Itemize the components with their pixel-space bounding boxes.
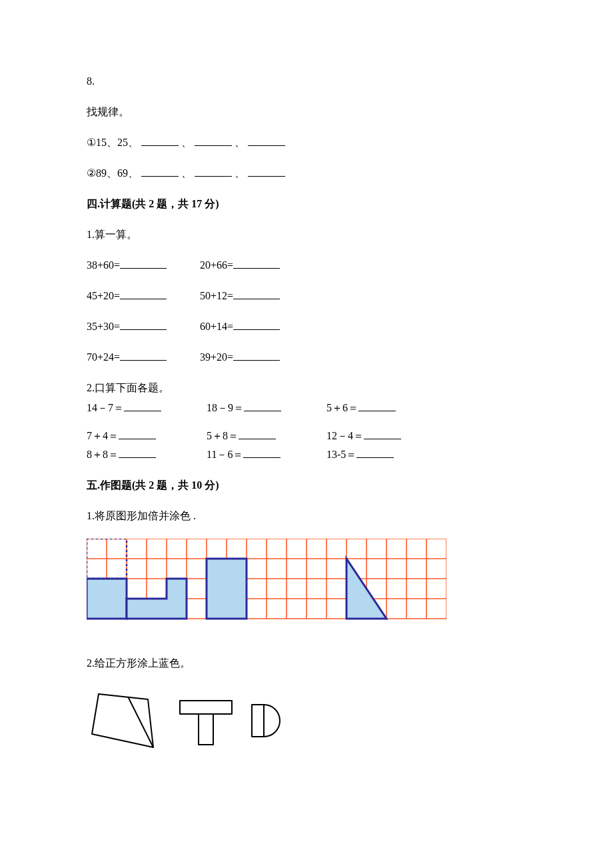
mental-row: 8＋8＝ 11－6＝ 13-5＝ bbox=[87, 447, 526, 463]
sep: 、 bbox=[181, 167, 192, 179]
mental-cell: 18－9＝ bbox=[207, 400, 326, 416]
expr: 5＋6＝ bbox=[326, 402, 358, 413]
calc-row: 38+60= 20+66= bbox=[87, 257, 526, 273]
calc-cell: 20+66= bbox=[200, 257, 313, 273]
mental-cell: 5＋8＝ bbox=[207, 428, 326, 444]
calc-cell: 39+20= bbox=[200, 349, 313, 365]
blank[interactable] bbox=[233, 321, 280, 330]
seq1-prefix: ①15、25、 bbox=[87, 137, 139, 148]
expr: 60+14= bbox=[200, 321, 233, 332]
blank[interactable] bbox=[195, 167, 232, 177]
grid-figure bbox=[87, 539, 526, 629]
expr: 14－7＝ bbox=[87, 402, 124, 413]
calc-cell: 70+24= bbox=[87, 349, 200, 365]
blank[interactable] bbox=[120, 290, 167, 299]
shapes-figure bbox=[87, 686, 526, 764]
mental-row: 7＋4＝ 5＋8＝ 12－4＝ bbox=[87, 428, 526, 444]
mental-cell: 5＋6＝ bbox=[326, 400, 446, 416]
section4-title: 四.计算题(共 2 题，共 17 分) bbox=[87, 196, 526, 212]
calc-cell: 45+20= bbox=[87, 288, 200, 304]
blank[interactable] bbox=[239, 430, 276, 439]
blank[interactable] bbox=[120, 351, 167, 361]
svg-rect-24 bbox=[87, 579, 127, 619]
blank[interactable] bbox=[124, 402, 161, 411]
blank[interactable] bbox=[141, 137, 179, 146]
blank[interactable] bbox=[248, 137, 285, 146]
blank[interactable] bbox=[356, 449, 394, 458]
q8-title: 找规律。 bbox=[87, 104, 526, 120]
blank[interactable] bbox=[195, 137, 232, 146]
svg-line-30 bbox=[128, 697, 153, 747]
expr: 45+20= bbox=[87, 290, 120, 301]
mental-cell: 12－4＝ bbox=[326, 428, 446, 444]
shapes-svg-icon bbox=[87, 686, 300, 759]
expr: 8＋8＝ bbox=[87, 449, 119, 460]
blank[interactable] bbox=[233, 351, 280, 361]
expr: 13-5＝ bbox=[326, 449, 356, 460]
seq2-prefix: ②89、69、 bbox=[87, 167, 139, 179]
sep: 、 bbox=[181, 137, 192, 148]
blank[interactable] bbox=[248, 167, 285, 177]
sep: 、 bbox=[235, 137, 245, 148]
calc-row: 45+20= 50+12= bbox=[87, 288, 526, 304]
s4-q2-title: 2.口算下面各题。 bbox=[87, 380, 526, 396]
svg-marker-29 bbox=[92, 694, 153, 747]
mental-cell: 11－6＝ bbox=[207, 447, 326, 463]
expr: 18－9＝ bbox=[207, 402, 244, 413]
calc-cell: 35+30= bbox=[87, 319, 200, 335]
s4-q1-title: 1.算一算。 bbox=[87, 227, 526, 243]
blank[interactable] bbox=[243, 449, 281, 458]
blank[interactable] bbox=[120, 321, 167, 330]
expr: 5＋8＝ bbox=[207, 430, 239, 441]
blank[interactable] bbox=[119, 449, 156, 458]
calc-row: 35+30= 60+14= bbox=[87, 319, 526, 335]
expr: 12－4＝ bbox=[326, 430, 364, 441]
blank[interactable] bbox=[364, 430, 401, 439]
blank[interactable] bbox=[233, 290, 280, 299]
svg-rect-26 bbox=[207, 559, 247, 619]
expr: 50+12= bbox=[200, 290, 233, 301]
expr: 38+60= bbox=[87, 259, 120, 271]
sep: 、 bbox=[235, 167, 245, 179]
mental-row: 14－7＝ 18－9＝ 5＋6＝ bbox=[87, 400, 526, 416]
q8-seq2: ②89、69、 、 、 bbox=[87, 165, 526, 181]
mental-cell: 13-5＝ bbox=[326, 447, 446, 463]
blank[interactable] bbox=[141, 167, 179, 177]
blank[interactable] bbox=[120, 259, 167, 269]
calc-cell: 60+14= bbox=[200, 319, 313, 335]
section5-title: 五.作图题(共 2 题，共 10 分) bbox=[87, 477, 526, 493]
calc-cell: 50+12= bbox=[200, 288, 313, 304]
q8-number: 8. bbox=[87, 73, 526, 89]
s5-q2-title: 2.给正方形涂上蓝色。 bbox=[87, 655, 526, 671]
svg-rect-32 bbox=[199, 714, 213, 745]
blank[interactable] bbox=[358, 402, 396, 411]
calc-row: 70+24= 39+20= bbox=[87, 349, 526, 365]
mental-cell: 7＋4＝ bbox=[87, 428, 207, 444]
mental-cell: 8＋8＝ bbox=[87, 447, 207, 463]
expr: 7＋4＝ bbox=[87, 430, 119, 441]
svg-rect-31 bbox=[180, 701, 232, 714]
calc-cell: 38+60= bbox=[87, 257, 200, 273]
blank[interactable] bbox=[119, 430, 156, 439]
expr: 39+20= bbox=[200, 351, 233, 363]
s5-q1-title: 1.将原图形加倍并涂色 . bbox=[87, 508, 526, 524]
svg-rect-33 bbox=[252, 705, 264, 737]
q8-seq1: ①15、25、 、 、 bbox=[87, 135, 526, 151]
grid-svg-icon bbox=[87, 539, 446, 624]
mental-cell: 14－7＝ bbox=[87, 400, 207, 416]
blank[interactable] bbox=[244, 402, 281, 411]
expr: 11－6＝ bbox=[207, 449, 243, 460]
expr: 35+30= bbox=[87, 321, 120, 332]
svg-marker-25 bbox=[127, 579, 187, 619]
expr: 20+66= bbox=[200, 259, 233, 271]
blank[interactable] bbox=[233, 259, 280, 269]
expr: 70+24= bbox=[87, 351, 120, 363]
